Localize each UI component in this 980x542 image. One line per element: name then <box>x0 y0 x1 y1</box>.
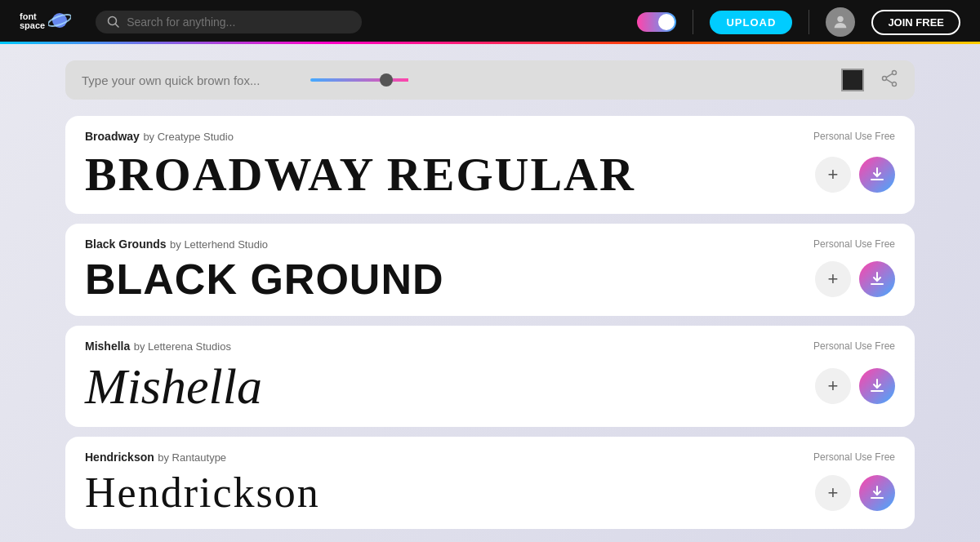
font-author: by Creatype Studio <box>143 131 234 143</box>
font-card-header: Hendrickson by Rantautype Personal Use F… <box>85 450 895 464</box>
font-name: Mishella <box>85 340 130 353</box>
header-divider <box>693 10 693 34</box>
size-slider-container <box>310 78 825 82</box>
share-icon[interactable] <box>880 69 898 91</box>
font-name: Broadway <box>85 130 140 143</box>
font-card-blackgrounds: Black Grounds by Letterhend Studio Perso… <box>65 224 915 316</box>
user-icon <box>831 13 849 31</box>
font-card-body: Mishella + <box>85 358 895 414</box>
download-button[interactable] <box>859 261 895 297</box>
font-actions: + <box>815 157 895 193</box>
font-preview: Broadway Regular <box>85 149 635 201</box>
theme-toggle[interactable] <box>637 12 676 32</box>
font-card-mishella: Mishella by Letterena Studios Personal U… <box>65 326 915 427</box>
download-icon <box>869 271 885 287</box>
color-picker[interactable] <box>841 69 864 91</box>
svg-line-3 <box>116 24 119 28</box>
font-preview: Mishella <box>85 358 262 414</box>
svg-point-6 <box>893 82 897 86</box>
svg-point-4 <box>838 16 844 22</box>
font-author: by Rantautype <box>158 451 226 464</box>
download-button[interactable] <box>859 475 895 511</box>
user-avatar[interactable] <box>826 7 855 37</box>
download-button[interactable] <box>859 157 895 193</box>
font-actions: + <box>815 475 895 511</box>
add-to-collection-button[interactable]: + <box>815 475 851 511</box>
planet-icon <box>48 9 71 32</box>
search-input[interactable] <box>127 16 350 29</box>
download-button[interactable] <box>859 368 895 404</box>
main-content: Broadway by Creatype Studio Personal Use… <box>0 44 980 542</box>
add-to-collection-button[interactable]: + <box>815 261 851 297</box>
font-card-header: Mishella by Letterena Studios Personal U… <box>85 339 895 353</box>
preview-text-input[interactable] <box>82 73 294 87</box>
logo[interactable]: font space <box>20 12 71 32</box>
header-divider-2 <box>808 10 809 34</box>
toggle-knob <box>658 14 675 30</box>
download-icon <box>869 167 885 183</box>
font-preview: Hendrickson <box>85 469 320 516</box>
join-free-button[interactable]: JOIN FREE <box>871 10 960 35</box>
font-size-slider[interactable] <box>310 78 474 82</box>
font-actions: + <box>815 368 895 404</box>
svg-line-8 <box>886 73 893 78</box>
font-license: Personal Use Free <box>813 131 895 142</box>
download-icon <box>869 485 885 501</box>
font-card-body: Hendrickson + <box>85 469 895 516</box>
font-title: Broadway by Creatype Studio <box>85 129 234 144</box>
font-license: Personal Use Free <box>813 451 895 463</box>
add-to-collection-button[interactable]: + <box>815 157 851 193</box>
font-title: Mishella by Letterena Studios <box>85 339 231 353</box>
font-name: Black Grounds <box>85 238 167 251</box>
add-to-collection-button[interactable]: + <box>815 368 851 404</box>
search-icon <box>107 16 120 29</box>
download-icon <box>869 378 885 394</box>
font-name: Hendrickson <box>85 451 154 464</box>
svg-line-9 <box>886 79 893 83</box>
header: font space UPLOAD JOIN FREE <box>0 0 980 44</box>
font-title: Hendrickson by Rantautype <box>85 450 226 464</box>
font-card-body: BLACK GROUND + <box>85 256 895 303</box>
font-preview: BLACK GROUND <box>85 256 444 303</box>
font-card-header: Broadway by Creatype Studio Personal Use… <box>85 129 895 144</box>
font-actions: + <box>815 261 895 297</box>
font-list: Broadway by Creatype Studio Personal Use… <box>65 116 915 529</box>
font-license: Personal Use Free <box>813 340 895 352</box>
font-author: by Letterhend Studio <box>170 238 268 251</box>
font-card-header: Black Grounds by Letterhend Studio Perso… <box>85 237 895 251</box>
svg-point-7 <box>883 76 887 80</box>
header-rainbow-bar <box>0 42 980 44</box>
font-license: Personal Use Free <box>813 238 895 250</box>
upload-button[interactable]: UPLOAD <box>710 11 792 34</box>
preview-bar <box>65 60 915 100</box>
font-card-broadway: Broadway by Creatype Studio Personal Use… <box>65 116 915 214</box>
svg-point-5 <box>893 70 897 74</box>
font-title: Black Grounds by Letterhend Studio <box>85 237 268 251</box>
font-author: by Letterena Studios <box>134 340 231 353</box>
font-card-hendrickson: Hendrickson by Rantautype Personal Use F… <box>65 437 915 529</box>
search-bar[interactable] <box>96 11 362 33</box>
font-card-body: Broadway Regular + <box>85 149 895 201</box>
